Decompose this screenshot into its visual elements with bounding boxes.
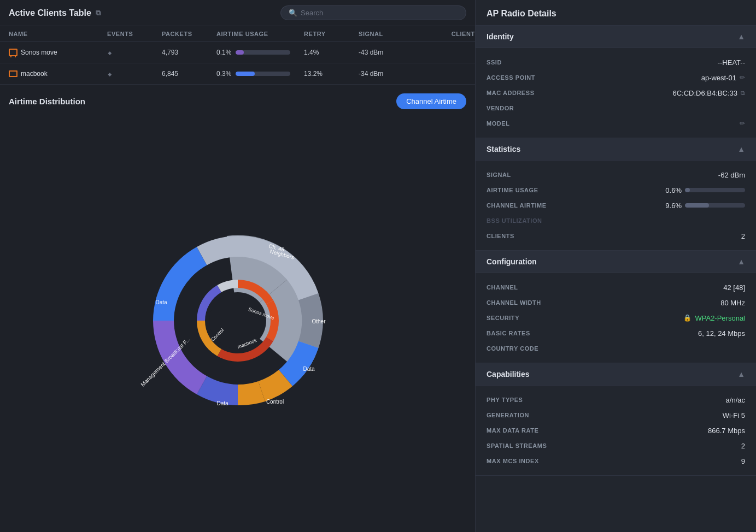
airtime-usage-label: AIRTIME USAGE [487, 187, 558, 193]
generation-value: Wi-Fi 5 [723, 411, 745, 419]
event-icon: ⬥ [107, 69, 113, 79]
table-title: Active Clients Table ⧉ [9, 8, 101, 18]
mac-copy-icon[interactable]: ⧉ [741, 90, 745, 97]
table-header: Active Clients Table ⧉ 🔍 [0, 0, 475, 26]
channel-width-row: CHANNEL WIDTH 80 MHz [487, 295, 745, 310]
statistics-collapse-icon: ▲ [737, 145, 745, 153]
signal-row: SIGNAL -62 dBm [487, 167, 745, 182]
capabilities-section-body: PHY TYPES a/n/ac GENERATION Wi-Fi 5 MAX … [476, 386, 756, 476]
ssid-label: SSID [487, 59, 558, 66]
svg-text:Data: Data [303, 366, 315, 372]
cell-events: ⬥ [107, 48, 162, 57]
svg-point-0 [209, 292, 266, 349]
col-name: NAME [9, 31, 107, 37]
max-data-rate-label: MAX DATA RATE [487, 427, 558, 434]
chart-container: Ch. 48 Neighbors Other Data Control Data… [9, 118, 466, 523]
bss-utilization-row: BSS UTILIZATION [487, 213, 745, 228]
spatial-streams-label: SPATIAL STREAMS [487, 442, 558, 449]
airtime-usage-row: AIRTIME USAGE 0.6% [487, 182, 745, 198]
mac-address-row: MAC ADDRESS 6C:CD:D6:B4:BC:33 ⧉ [487, 85, 745, 101]
clients-table: NAME EVENTS PACKETS AIRTIME USAGE RETRY … [0, 26, 475, 85]
bss-utilization-label: BSS UTILIZATION [487, 217, 558, 224]
phy-types-row: PHY TYPES a/n/ac [487, 392, 745, 407]
cell-name: macbook [9, 70, 107, 78]
col-signal: SIGNAL [359, 31, 435, 37]
max-mcs-row: MAX MCS INDEX 9 [487, 453, 745, 469]
model-edit-icon[interactable]: ✏ [740, 120, 745, 127]
donut-chart: Ch. 48 Neighbors Other Data Control Data… [123, 206, 353, 435]
channel-airtime-value: 9.6% [665, 202, 745, 210]
cell-packets: 4,793 [162, 49, 216, 56]
column-headers: NAME EVENTS PACKETS AIRTIME USAGE RETRY … [0, 26, 475, 42]
table-row[interactable]: Sonos move ⬥ 4,793 0.1% 1.4% -43 dBm 7 [0, 42, 475, 63]
identity-section-body: SSID --HEAT-- ACCESS POINT ap-west-01 ✏ … [476, 48, 756, 138]
max-data-rate-row: MAX DATA RATE 866.7 Mbps [487, 423, 745, 438]
configuration-section-header[interactable]: Configuration ▲ [476, 251, 756, 273]
channel-airtime-button[interactable]: Channel Airtime [396, 93, 466, 109]
country-code-label: COUNTRY CODE [487, 345, 558, 352]
max-mcs-label: MAX MCS INDEX [487, 458, 558, 464]
col-events: EVENTS [107, 31, 162, 37]
svg-text:Data: Data [216, 400, 228, 406]
spatial-streams-row: SPATIAL STREAMS 2 [487, 438, 745, 453]
statistics-section-header[interactable]: Statistics ▲ [476, 138, 756, 161]
clients-label: CLIENTS [487, 233, 558, 239]
right-panel: AP Radio Details Identity ▲ SSID --HEAT-… [476, 0, 756, 532]
search-input[interactable] [301, 9, 458, 17]
country-code-row: COUNTRY CODE [487, 341, 745, 356]
col-packets: PACKETS [162, 31, 216, 37]
channel-airtime-label: CHANNEL AIRTIME [487, 202, 558, 209]
search-icon: 🔍 [289, 9, 297, 17]
device-name: macbook [21, 70, 48, 78]
cell-packets: 6,845 [162, 70, 216, 78]
basic-rates-label: BASIC RATES [487, 330, 558, 336]
model-value: ✏ [740, 120, 745, 127]
capabilities-section-header[interactable]: Capabilities ▲ [476, 363, 756, 386]
title-text: Active Clients Table [9, 8, 91, 18]
airtime-header: Airtime Distribution Channel Airtime [9, 93, 466, 109]
cell-retry: 13.2% [304, 70, 359, 78]
table-row[interactable]: macbook ⬥ 6,845 0.3% 13.2% -34 dBm 6 [0, 63, 475, 85]
generation-label: GENERATION [487, 412, 558, 418]
security-row: SECURITY 🔒 WPA2-Personal [487, 310, 745, 326]
identity-title: Identity [487, 32, 514, 41]
identity-section-header[interactable]: Identity ▲ [476, 26, 756, 48]
model-row: MODEL ✏ [487, 116, 745, 131]
signal-label: SIGNAL [487, 172, 558, 178]
lock-icon: 🔒 [683, 314, 691, 322]
configuration-section-body: CHANNEL 42 [48] CHANNEL WIDTH 80 MHz SEC… [476, 273, 756, 363]
cell-airtime: 0.3% [216, 70, 304, 78]
access-point-label: ACCESS POINT [487, 74, 558, 81]
ssid-value: --HEAT-- [718, 58, 745, 67]
search-bar[interactable]: 🔍 [280, 5, 466, 20]
ssid-row: SSID --HEAT-- [487, 55, 745, 70]
mac-address-label: MAC ADDRESS [487, 90, 558, 96]
vendor-row: VENDOR [487, 101, 745, 116]
svg-text:Data: Data [155, 299, 167, 305]
security-value: 🔒 WPA2-Personal [683, 314, 745, 322]
access-point-value: ap-west-01 ✏ [701, 74, 745, 82]
basic-rates-row: BASIC RATES 6, 12, 24 Mbps [487, 326, 745, 341]
svg-text:Other: Other [312, 318, 326, 324]
svg-text:Control: Control [266, 399, 283, 405]
access-point-row: ACCESS POINT ap-west-01 ✏ [487, 70, 745, 85]
statistics-section-body: SIGNAL -62 dBm AIRTIME USAGE 0.6% CHANNE… [476, 161, 756, 251]
airtime-section: Airtime Distribution Channel Airtime [0, 85, 475, 532]
max-data-rate-value: 866.7 Mbps [708, 427, 745, 435]
clients-value: 2 [741, 232, 745, 240]
vendor-label: VENDOR [487, 105, 558, 111]
ap-radio-title: AP Radio Details [476, 0, 756, 26]
channel-width-value: 80 MHz [720, 299, 745, 307]
identity-collapse-icon: ▲ [737, 32, 745, 41]
capabilities-title: Capabilities [487, 370, 530, 379]
capabilities-collapse-icon: ▲ [737, 370, 745, 379]
spatial-streams-value: 2 [741, 442, 745, 450]
channel-label: CHANNEL [487, 284, 558, 291]
configuration-title: Configuration [487, 257, 537, 266]
event-icon: ⬥ [107, 48, 113, 57]
copy-icon[interactable]: ⧉ [96, 9, 101, 17]
channel-value: 42 [48] [723, 283, 745, 292]
statistics-title: Statistics [487, 145, 520, 153]
access-point-edit-icon[interactable]: ✏ [740, 74, 745, 81]
cell-events: ⬥ [107, 69, 162, 79]
